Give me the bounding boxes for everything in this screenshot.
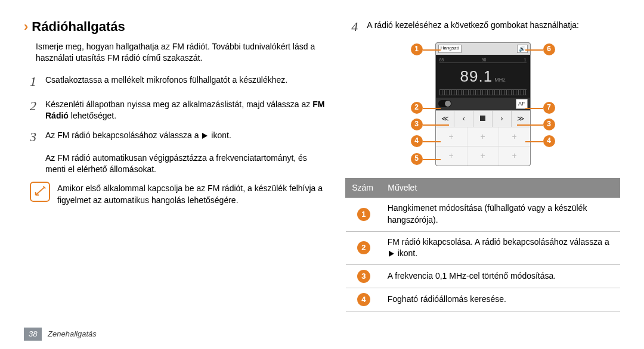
step-3-sub: Az FM rádió automatikusan végigpásztázza… <box>45 152 327 176</box>
row-text: Hangkimenet módosítása (fülhallgató vagy… <box>382 198 620 231</box>
radio-frequency: 89.1MHz <box>439 63 527 89</box>
stop-button[interactable] <box>473 111 493 127</box>
speaker-icon[interactable]: 🔊 <box>517 45 528 53</box>
preset-slot[interactable]: + <box>499 147 530 166</box>
footer-section: Zenehallgatás <box>48 329 97 338</box>
preset-slot[interactable]: + <box>499 127 530 147</box>
step-text: Az FM rádió bekapcsolásához válassza a i… <box>45 128 231 147</box>
page-footer: 38 Zenehallgatás <box>24 328 97 341</box>
radio-figure: 1 2 3 4 5 6 7 3 4 Hangszó 🔊 <box>414 42 552 166</box>
radio-presets: + + + + + + <box>436 127 530 166</box>
radio-display: 85 90 1 89.1MHz <box>436 55 530 98</box>
radio-ruler <box>439 89 527 95</box>
radio-top-bar: Hangszó 🔊 <box>436 43 530 55</box>
step-number: 3 <box>30 128 45 147</box>
preset-slot[interactable]: + <box>467 127 499 147</box>
row-text: A frekvencia 0,1 MHz-cel történő módosít… <box>382 264 620 288</box>
row-text: FM rádió kikapcsolása. A rádió bekapcsol… <box>382 231 620 264</box>
step-text: A rádió kezeléséhez a következő gombokat… <box>367 18 579 36</box>
row-badge: 4 <box>357 293 370 306</box>
step-4: 4 A rádió kezeléséhez a következő gombok… <box>351 18 620 36</box>
step-back-button[interactable]: ‹ <box>454 111 473 127</box>
step-number: 4 <box>351 18 367 36</box>
note-text: Amikor első alkalommal kapcsolja be az F… <box>57 182 327 206</box>
play-icon <box>389 251 394 257</box>
step-number: 1 <box>30 73 45 91</box>
section-title: › Rádióhallgatás <box>24 18 327 36</box>
play-icon <box>202 133 208 139</box>
callout-3-right: 3 <box>543 119 555 130</box>
callout-3: 3 <box>411 119 423 130</box>
step-text: Csatlakoztassa a mellékelt mikrofonos fü… <box>45 73 287 91</box>
table-head-num: Szám <box>346 178 382 198</box>
step-number: 2 <box>30 97 45 122</box>
page-number: 38 <box>24 328 42 341</box>
intro-text: Ismerje meg, hogyan hallgathatja az FM r… <box>36 41 327 64</box>
row-badge: 2 <box>357 241 370 254</box>
radio-scale: 85 90 1 <box>439 57 527 63</box>
table-head-op: Művelet <box>382 178 620 198</box>
table-row: 2 FM rádió kikapcsolása. A rádió bekapcs… <box>346 231 620 264</box>
note-box: Amikor első alkalommal kapcsolja be az F… <box>30 182 327 206</box>
callout-6: 6 <box>543 43 555 55</box>
step-text: Készenléti állapotban nyissa meg az alka… <box>45 97 327 122</box>
callout-5: 5 <box>411 153 423 165</box>
note-icon <box>30 182 50 202</box>
operations-table: Szám Művelet 1 Hangkimenet módosítása (f… <box>345 178 620 311</box>
row-badge: 3 <box>357 270 370 283</box>
preset-slot[interactable]: + <box>436 127 467 147</box>
row-text: Fogható rádióállomás keresése. <box>382 288 620 311</box>
output-button[interactable]: Hangszó <box>438 45 462 53</box>
power-toggle[interactable] <box>438 100 451 107</box>
preset-slot[interactable]: + <box>467 147 499 166</box>
callout-1: 1 <box>411 43 423 55</box>
table-row: 4 Fogható rádióállomás keresése. <box>346 288 620 311</box>
preset-slot[interactable]: + <box>436 147 467 166</box>
step-2: 2 Készenléti állapotban nyissa meg az al… <box>30 97 327 122</box>
callout-2: 2 <box>411 102 423 114</box>
step-3: 3 Az FM rádió bekapcsolásához válassza a… <box>30 128 327 147</box>
radio-device: Hangszó 🔊 85 90 1 89.1MHz AF <box>435 42 531 166</box>
row-badge: 1 <box>357 208 370 221</box>
radio-mid-bar: AF <box>436 98 530 110</box>
callout-4: 4 <box>411 135 423 147</box>
callout-7: 7 <box>543 102 555 114</box>
section-heading: Rádióhallgatás <box>32 18 125 36</box>
step-forward-button[interactable]: › <box>493 111 512 127</box>
stop-icon <box>480 116 485 121</box>
table-row: 1 Hangkimenet módosítása (fülhallgató va… <box>346 198 620 231</box>
step-1: 1 Csatlakoztassa a mellékelt mikrofonos … <box>30 73 327 91</box>
chevron-icon: › <box>24 18 28 36</box>
radio-controls: ≪ ‹ › ≫ <box>436 110 530 127</box>
callout-4-right: 4 <box>543 135 555 147</box>
table-row: 3 A frekvencia 0,1 MHz-cel történő módos… <box>346 264 620 288</box>
